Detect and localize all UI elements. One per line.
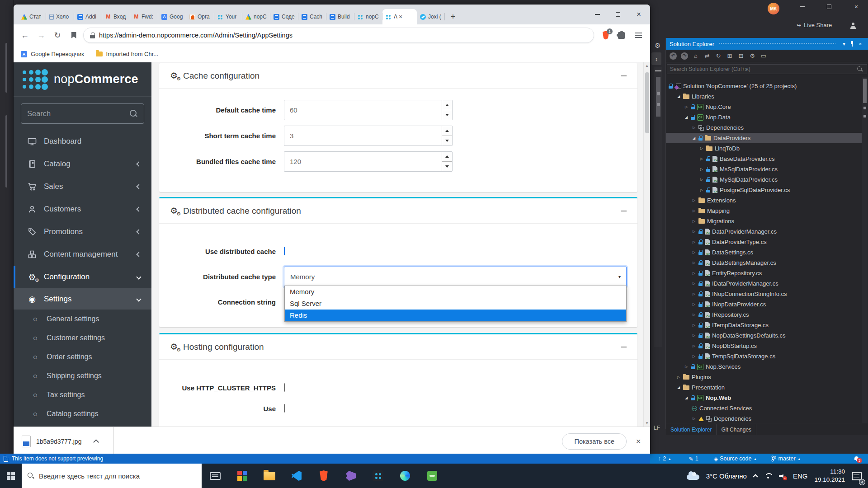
browser-tab[interactable]: Goog (158, 9, 186, 24)
tree-item[interactable]: Solution 'NopCommerce' (25 of 25 project… (666, 81, 862, 91)
vs-editor-scrollbar[interactable] (654, 67, 662, 347)
sidebar-item-order-settings[interactable]: ○Order settings (14, 347, 151, 366)
chevron-down-icon[interactable]: ▾ (840, 41, 848, 47)
tree-item[interactable]: ▷Dependencies (666, 122, 862, 133)
browser-tab[interactable]: Стат (18, 9, 46, 24)
brave-browser-taskbar-button[interactable] (310, 464, 337, 488)
tree-item[interactable]: ▷Migrations (666, 216, 862, 226)
expander-closed-icon[interactable]: ▷ (692, 282, 696, 286)
minimize-button[interactable] (587, 7, 608, 22)
browser-tab[interactable]: nopC (242, 9, 270, 24)
collapse-button[interactable] (620, 73, 627, 79)
expander-open-icon[interactable]: ◢ (684, 396, 689, 400)
expander-closed-icon[interactable]: ▷ (676, 375, 681, 379)
tree-item[interactable]: ▷PostgreSqlDataProvider.cs (666, 185, 862, 195)
tree-item[interactable]: ◢Presentation (666, 382, 862, 393)
back-button[interactable]: ← (18, 28, 32, 42)
tree-item[interactable]: ◢Libraries (666, 91, 862, 102)
tree-item[interactable]: ▷BaseDataProvider.cs (666, 154, 862, 164)
tree-item[interactable]: ▷Dependencies (666, 413, 862, 424)
gear-icon[interactable]: ⚙ (655, 42, 660, 50)
tree-item[interactable]: ▷DataProviderType.cs (666, 237, 862, 247)
page-scrollbar[interactable]: ▲ ▼ (643, 62, 650, 427)
expander-closed-icon[interactable]: ▷ (692, 219, 696, 223)
expander-closed-icon[interactable]: ▷ (692, 230, 696, 234)
tree-item[interactable]: ▷NopDataSettingsDefaults.cs (666, 330, 862, 341)
browser-tab-active[interactable]: A× (382, 9, 417, 24)
reload-button[interactable]: ↻ (51, 28, 64, 42)
start-button[interactable] (0, 464, 22, 488)
expander-closed-icon[interactable]: ▷ (692, 209, 696, 213)
tree-item[interactable]: ▷Plugins (666, 372, 862, 382)
brave-shield-button[interactable]: 1 (600, 28, 612, 42)
forward-button[interactable]: → (34, 28, 48, 42)
muted-speaker-icon[interactable] (779, 473, 786, 479)
expander-closed-icon[interactable]: ▷ (692, 126, 696, 130)
checkbox[interactable] (284, 404, 285, 413)
expander-closed-icon[interactable]: ▷ (692, 333, 696, 338)
sidebar-item-tax-settings[interactable]: ○Tax settings (14, 385, 151, 404)
splitter-handle[interactable]: ↕ (651, 52, 661, 65)
show-all-downloads-button[interactable]: Показать все (562, 433, 627, 450)
extensions-icon[interactable] (618, 32, 625, 39)
clock[interactable]: 11:30 19.10.2021 (814, 468, 845, 483)
expander-closed-icon[interactable]: ▷ (692, 323, 696, 327)
tray-expand-icon[interactable] (753, 474, 758, 479)
browser-tab[interactable]: Холо (46, 9, 74, 24)
browser-tab[interactable]: Орга (186, 9, 214, 24)
solution-search-input[interactable] (667, 66, 857, 72)
sync-icon[interactable]: ⇄ (703, 52, 711, 60)
numeric-input[interactable] (284, 100, 453, 120)
sidebar-item-settings[interactable]: ◉Settings (14, 288, 151, 310)
numeric-input[interactable] (284, 126, 453, 146)
expander-closed-icon[interactable]: ▷ (692, 292, 696, 296)
bookmark-flag-icon[interactable] (67, 28, 80, 42)
menu-icon[interactable] (635, 33, 642, 38)
tree-item[interactable]: ▷Mapping (666, 206, 862, 216)
scrollbar-thumb[interactable] (645, 72, 649, 133)
expander-closed-icon[interactable]: ▷ (692, 313, 696, 317)
nopcommerce-app-taskbar-button[interactable] (364, 464, 392, 488)
close-shelf-icon[interactable]: × (629, 436, 647, 446)
weather-icon[interactable] (687, 474, 699, 480)
tree-item[interactable]: ▷Extensions (666, 195, 862, 206)
scroll-down-icon[interactable]: ▼ (645, 421, 649, 425)
chevron-up-icon[interactable] (94, 439, 99, 445)
expander-closed-icon[interactable]: ▷ (699, 178, 704, 182)
tool-tab-solution-explorer[interactable]: Solution Explorer (666, 424, 717, 435)
expander-closed-icon[interactable]: ▷ (692, 271, 696, 275)
collapse-button[interactable] (620, 208, 627, 214)
browser-tab[interactable]: Addi (74, 9, 102, 24)
url-input[interactable] (99, 32, 587, 39)
use-distributed-cache-checkbox[interactable] (284, 247, 285, 255)
expander-closed-icon[interactable]: ▷ (692, 354, 696, 358)
pin-icon[interactable] (848, 41, 856, 47)
admin-search[interactable] (21, 103, 144, 124)
expander-closed-icon[interactable]: ▷ (692, 240, 696, 244)
back-icon[interactable]: ↶ (670, 52, 677, 60)
browser-tab[interactable]: Вход (102, 9, 130, 24)
tree-item[interactable]: ◢DataProviders (666, 133, 862, 143)
browser-tab[interactable]: nopC (354, 9, 382, 24)
expander-open-icon[interactable]: ◢ (676, 94, 681, 99)
browser-tab[interactable]: Fwd: (130, 9, 158, 24)
expander-closed-icon[interactable]: ▷ (692, 261, 696, 265)
branch-menu[interactable]: master▴ (771, 455, 800, 462)
tree-item[interactable]: ◢C#Nop.Web (666, 393, 862, 403)
sidebar-item-shipping-settings[interactable]: ○Shipping settings (14, 366, 151, 385)
task-app-taskbar-button[interactable] (202, 464, 229, 488)
share-person-icon[interactable] (850, 23, 856, 29)
forward-icon[interactable]: ↷ (681, 52, 688, 60)
collapse-button[interactable] (620, 344, 627, 350)
notes-app-taskbar-button[interactable] (419, 464, 446, 488)
spinner-buttons[interactable] (442, 152, 452, 171)
browser-tab[interactable]: Соде (270, 9, 298, 24)
expander-closed-icon[interactable]: ▷ (692, 344, 696, 348)
close-button[interactable]: × (628, 7, 649, 22)
vs-maximize-button[interactable] (819, 0, 840, 14)
tree-item[interactable]: ▷IDataProviderManager.cs (666, 278, 862, 289)
edge-browser-taskbar-button[interactable] (392, 464, 419, 488)
tool-tab-git-changes[interactable]: Git Changes (717, 424, 756, 435)
sidebar-item-dashboard[interactable]: Dashboard (14, 130, 151, 153)
tree-item[interactable]: ▷DataSettings.cs (666, 247, 862, 258)
